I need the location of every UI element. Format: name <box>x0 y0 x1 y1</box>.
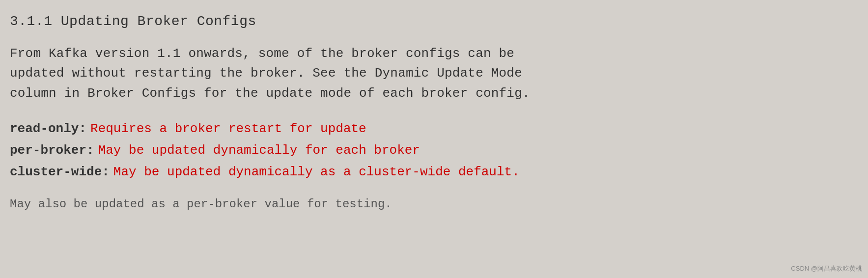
para-line1: From Kafka version 1.1 onwards, some of … <box>10 46 514 61</box>
watermark: CSDN @阿昌喜欢吃黄桃 <box>791 264 862 273</box>
term-cluster-wide: cluster-wide: <box>10 161 110 183</box>
para-line3: column in Broker Configs for the update … <box>10 86 530 101</box>
definition-item-read-only: read-only: Requires a broker restart for… <box>10 118 853 139</box>
page-container: 3.1.1 Updating Broker Configs From Kafka… <box>0 0 868 278</box>
desc-read-only: Requires a broker restart for update <box>90 118 366 139</box>
footer-note: May also be updated as a per-broker valu… <box>10 197 853 211</box>
term-per-broker: per-broker: <box>10 139 94 161</box>
term-read-only: read-only: <box>10 118 86 139</box>
para-line2: updated without restarting the broker. S… <box>10 66 522 81</box>
definition-list: read-only: Requires a broker restart for… <box>10 118 853 183</box>
definition-item-cluster-wide: cluster-wide: May be updated dynamically… <box>10 161 853 183</box>
desc-per-broker: May be updated dynamically for each brok… <box>98 139 420 161</box>
definition-item-per-broker: per-broker: May be updated dynamically f… <box>10 139 853 161</box>
intro-paragraph: From Kafka version 1.1 onwards, some of … <box>10 44 853 103</box>
section-title: 3.1.1 Updating Broker Configs <box>10 14 853 29</box>
desc-cluster-wide: May be updated dynamically as a cluster-… <box>113 161 520 183</box>
